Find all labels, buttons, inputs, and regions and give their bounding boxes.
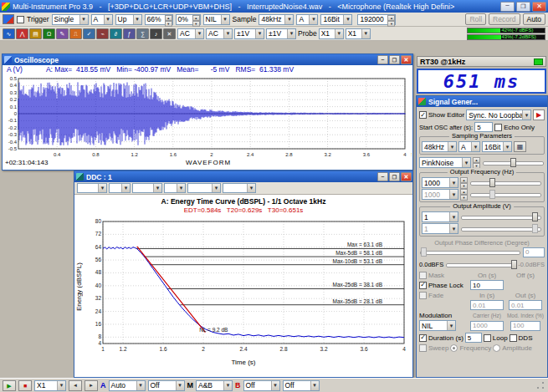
duration-checkbox[interactable] <box>419 334 427 342</box>
probe-b-select[interactable]: X1 <box>346 28 371 39</box>
spin-down-icon[interactable] <box>460 183 468 189</box>
spectrum-3d-plot-icon[interactable]: ▤ <box>29 28 42 39</box>
waveform-plot[interactable]: 0.50.40.30.20.10-0.1-0.2-0.3-0.4-0.50.40… <box>5 74 412 158</box>
amplitude-b-select[interactable]: 1 <box>422 223 458 234</box>
spin-up-icon[interactable] <box>165 15 172 21</box>
ddc-parameter-select-6[interactable] <box>223 183 256 193</box>
mod-index-field[interactable]: 100 <box>510 321 540 331</box>
frequency-a-spinner[interactable] <box>460 177 468 188</box>
roll-button[interactable]: Roll <box>465 13 486 25</box>
amplitude-a-slider[interactable] <box>460 211 542 222</box>
ddc-parameter-select-5[interactable] <box>187 183 221 193</box>
phase-difference-slider[interactable] <box>419 247 521 257</box>
fade-in-field[interactable]: 0.01 <box>470 300 504 310</box>
waveform-slider[interactable] <box>482 157 545 168</box>
fade-checkbox[interactable] <box>419 292 427 299</box>
scroll-left-button[interactable] <box>69 380 82 391</box>
mask-checkbox[interactable] <box>419 272 427 279</box>
echo-only-checkbox[interactable] <box>494 124 502 131</box>
carrier-field[interactable]: 1000 <box>470 321 504 331</box>
trigger-edge-select[interactable]: Up <box>115 14 142 25</box>
point-count-spinner[interactable]: 192000 <box>357 14 396 25</box>
spin-down-icon[interactable] <box>387 21 395 27</box>
spin-down-icon[interactable] <box>460 195 468 201</box>
coupling-b-select[interactable]: AC <box>206 28 233 39</box>
ddc-parameter-select-3[interactable] <box>132 183 162 193</box>
output-play-button[interactable] <box>533 109 545 120</box>
sweep-checkbox[interactable] <box>419 344 427 352</box>
ddc-title-bar[interactable]: DDC : 1 <box>74 171 412 182</box>
spin-up-icon[interactable] <box>387 15 395 21</box>
restore-button[interactable] <box>389 55 400 64</box>
run-button[interactable] <box>3 380 16 391</box>
speaker-icon[interactable]: ♪ <box>150 28 162 39</box>
spin-down-icon[interactable] <box>192 21 200 27</box>
close-button[interactable] <box>401 55 412 64</box>
frequency-b-select[interactable]: 1000 <box>422 189 458 200</box>
x-zoom-select[interactable]: X1 <box>34 380 66 391</box>
spin-up-icon[interactable] <box>473 157 480 163</box>
trigger-checkbox[interactable] <box>17 16 24 23</box>
coupling-a-select[interactable]: AC <box>177 28 204 39</box>
ddc-parameter-select-4[interactable] <box>164 183 186 193</box>
channel-a-extra-select[interactable]: Off <box>148 380 185 391</box>
trigger-level-spinner[interactable]: 66% <box>145 14 173 25</box>
phase-lock-checkbox[interactable] <box>419 282 427 289</box>
gen-rate-select[interactable]: 48kHz <box>422 141 457 152</box>
restore-button[interactable] <box>389 172 400 181</box>
spectrum-analyzer-icon[interactable]: ⋀ <box>16 28 28 39</box>
show-editor-checkbox[interactable] <box>419 111 427 119</box>
auto-button[interactable]: Auto <box>523 13 546 25</box>
spin-down-icon[interactable] <box>165 21 172 27</box>
frequency-b-slider[interactable] <box>469 189 542 200</box>
spin-up-icon[interactable] <box>460 177 468 183</box>
spin-up-icon[interactable] <box>460 189 468 195</box>
minimize-button[interactable] <box>377 172 388 181</box>
channel-a-mode-select[interactable]: Auto <box>109 380 146 391</box>
phase-lock-field[interactable]: 10 <box>470 280 504 290</box>
trigger-hpf-select[interactable]: NIL <box>203 14 230 25</box>
scroll-right-button[interactable] <box>85 380 98 391</box>
channel-b-extra-select[interactable]: Off <box>283 380 320 391</box>
spin-up-icon[interactable] <box>192 15 200 21</box>
trigger-delay-spinner[interactable]: 0% <box>176 14 201 25</box>
sample-bits-select[interactable]: 16Bit <box>320 14 352 25</box>
editor-grid-icon[interactable] <box>514 141 526 152</box>
fade-out-field[interactable]: 0.01 <box>509 300 542 310</box>
minimize-button[interactable] <box>500 2 515 12</box>
modulation-type-select[interactable]: NIL <box>419 320 456 331</box>
multimeter-icon[interactable]: Ω <box>43 28 55 39</box>
sweep-amplitude-radio[interactable] <box>493 344 500 352</box>
frequency-a-slider[interactable] <box>469 177 542 188</box>
sync-mode-select[interactable]: Sync. No Loopback <box>466 109 531 120</box>
rt30-panel-header[interactable]: RT30 @1kHz <box>417 56 546 67</box>
oscilloscope-title-bar[interactable]: Oscilloscope <box>3 54 412 65</box>
data-logger-icon[interactable]: ✎ <box>56 28 69 39</box>
gen-bits-select[interactable]: 16Bit <box>482 141 512 152</box>
probe-a-select[interactable]: X1 <box>319 28 344 39</box>
waveform-spinner[interactable] <box>473 157 480 168</box>
stop-button[interactable] <box>18 380 32 391</box>
sweep-frequency-radio[interactable] <box>450 344 458 352</box>
ddc-parameter-select-2[interactable] <box>109 183 131 193</box>
dds-checkbox[interactable] <box>510 334 517 342</box>
derived-data-curve-icon[interactable]: ∂ <box>110 28 122 39</box>
signal-generator-icon[interactable]: ⎍ <box>69 28 82 39</box>
oscilloscope-icon[interactable]: ∿ <box>3 28 15 39</box>
channel-b-mode-select[interactable]: Off <box>243 380 280 391</box>
start-osc-field[interactable]: 5 <box>474 122 493 132</box>
resize-grip[interactable] <box>535 380 545 390</box>
math-mode-select[interactable]: A&B <box>196 380 233 391</box>
frequency-a-select[interactable]: 1000 <box>422 177 458 188</box>
phase-difference-field[interactable]: 0 <box>523 247 545 257</box>
duration-field[interactable]: 5 <box>465 333 482 343</box>
range-a-select[interactable]: ±1V <box>234 28 264 39</box>
amplitude-a-select[interactable]: 1 <box>422 211 458 222</box>
loop-checkbox[interactable] <box>484 334 491 342</box>
sample-channel-select[interactable]: A <box>296 14 318 25</box>
range-b-select[interactable]: ±1V <box>266 28 296 39</box>
trigger-source-select[interactable]: A <box>91 14 113 25</box>
gen-channel-select[interactable]: A <box>458 141 480 152</box>
waveform-select[interactable]: PinkNoise <box>419 157 471 168</box>
close-button[interactable] <box>401 172 412 181</box>
